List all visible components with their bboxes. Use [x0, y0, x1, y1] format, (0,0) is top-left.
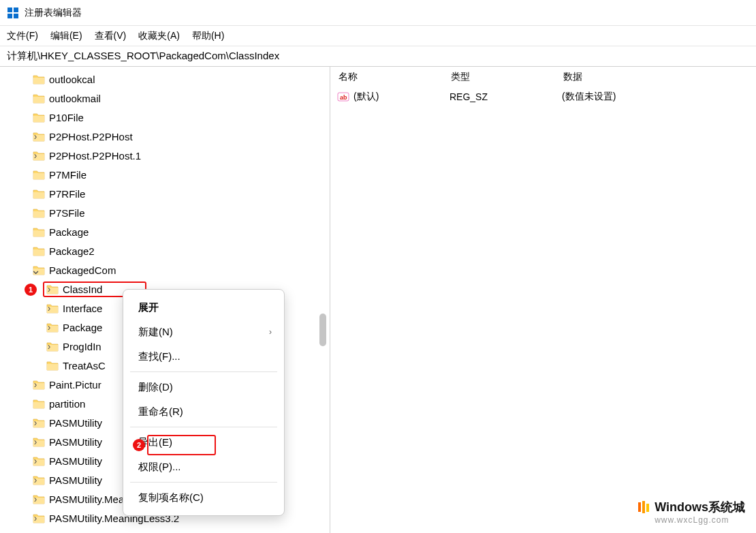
menu-file[interactable]: 文件(F): [7, 30, 38, 42]
tree-scrollbar-thumb[interactable]: [319, 314, 326, 346]
menu-separator: [130, 427, 277, 427]
tree-item[interactable]: P10File: [0, 108, 330, 127]
context-menu-item[interactable]: 重命名(R): [123, 399, 284, 424]
watermark: Windows系统城 www.wxcLgg.com: [637, 499, 745, 525]
tree-item[interactable]: ›P2PHost.P2PHost.1: [0, 146, 330, 165]
chevron-icon[interactable]: ›: [44, 322, 54, 332]
tree-item-label: outlookmail: [49, 93, 101, 104]
context-menu-item[interactable]: 复制项名称(C): [123, 485, 284, 510]
values-panel: 名称 类型 数据 ab (默认) REG_SZ (数值未设置): [330, 67, 756, 533]
tree-item[interactable]: Package: [0, 222, 330, 241]
tree-item[interactable]: P7SFile: [0, 203, 330, 222]
tree-item-label: PASMUtility: [49, 417, 102, 429]
value-data: (数值未设置): [562, 91, 756, 103]
address-input[interactable]: [7, 50, 749, 62]
menubar: 文件(F) 编辑(E) 查看(V) 收藏夹(A) 帮助(H): [0, 26, 756, 46]
tree-item-label: P10File: [49, 112, 84, 123]
folder-icon: [33, 399, 45, 409]
chevron-icon[interactable]: ›: [31, 456, 40, 466]
col-header-type[interactable]: 类型: [451, 71, 563, 83]
menu-favorites[interactable]: 收藏夹(A): [138, 30, 180, 42]
watermark-url: www.wxcLgg.com: [655, 515, 729, 525]
tree-item-label: P2PHost.P2PHost.1: [49, 150, 141, 162]
tree-item-label: P2PHost.P2PHost: [49, 131, 133, 142]
col-header-name[interactable]: 名称: [338, 71, 451, 83]
svg-rect-8: [646, 504, 649, 512]
chevron-icon[interactable]: ›: [44, 303, 54, 313]
chevron-icon[interactable]: ›: [31, 494, 40, 504]
chevron-icon[interactable]: ›: [31, 151, 40, 160]
tree-item-label: Package: [49, 226, 89, 238]
col-header-data[interactable]: 数据: [563, 71, 756, 83]
folder-icon: [33, 227, 45, 237]
tree-item-label: P7MFile: [49, 169, 86, 181]
tree-item-label: Interface: [63, 303, 102, 314]
tree-item[interactable]: ⌄PackagedCom: [0, 260, 330, 279]
tree-item-label: TreatAsC: [63, 360, 106, 371]
svg-rect-2: [7, 14, 12, 18]
context-menu-item[interactable]: 展开: [123, 295, 284, 320]
tree-item[interactable]: Package2: [0, 241, 330, 260]
tree-item-label: PASMUtility: [49, 474, 102, 486]
svg-rect-7: [642, 501, 645, 513]
svg-text:ab: ab: [340, 94, 347, 101]
watermark-text: Windows系统城: [655, 499, 745, 515]
context-menu-label: 删除(D): [138, 381, 173, 394]
folder-icon: [46, 361, 59, 371]
tree-item-label: P7SFile: [49, 207, 85, 219]
folder-icon: [33, 170, 45, 180]
submenu-arrow-icon: ›: [269, 327, 272, 337]
tree-item-label: Paint.Pictur: [49, 379, 101, 391]
tree-item[interactable]: outlookmail: [0, 89, 330, 108]
menu-separator: [130, 371, 277, 372]
folder-icon: [33, 112, 45, 123]
menu-edit[interactable]: 编辑(E): [50, 30, 82, 42]
menu-view[interactable]: 查看(V): [95, 30, 127, 42]
context-menu-label: 新建(N): [138, 326, 173, 339]
svg-rect-0: [7, 7, 12, 12]
chevron-icon[interactable]: ›: [31, 132, 40, 141]
context-menu: 展开新建(N)›查找(F)...删除(D)重命名(R)导出(E)权限(P)...…: [123, 289, 285, 516]
tree-item-label: partition: [49, 398, 85, 410]
window-title: 注册表编辑器: [25, 7, 82, 19]
context-menu-item[interactable]: 新建(N)›: [123, 320, 284, 344]
tree-item-label: ProgIdIn: [63, 341, 101, 352]
tree-item[interactable]: P7RFile: [0, 184, 330, 203]
folder-icon: [33, 246, 45, 256]
tree-item-label: outlookcal: [49, 74, 95, 85]
tree-item[interactable]: P7MFile: [0, 165, 330, 184]
watermark-logo-icon: [637, 500, 652, 515]
regedit-app-icon: [7, 7, 19, 19]
highlight-permissions: [147, 435, 216, 455]
badge-1: 1: [25, 284, 37, 296]
chevron-icon[interactable]: ›: [44, 341, 54, 351]
chevron-icon[interactable]: ›: [31, 418, 40, 427]
chevron-icon[interactable]: ›: [31, 437, 40, 446]
tree-item-label: Package: [63, 322, 102, 333]
value-name: (默认): [353, 91, 379, 103]
context-menu-label: 复制项名称(C): [138, 491, 204, 504]
svg-rect-3: [14, 14, 18, 18]
context-menu-item[interactable]: 查找(F)...: [123, 344, 284, 369]
value-row[interactable]: ab (默认) REG_SZ (数值未设置): [330, 87, 756, 106]
folder-icon: [33, 74, 45, 85]
menu-separator: [130, 482, 277, 483]
tree-item[interactable]: outlookcal: [0, 70, 330, 89]
chevron-icon[interactable]: ⌄: [31, 265, 40, 275]
tree-item-label: Package2: [49, 245, 95, 257]
context-menu-label: 权限(P)...: [138, 461, 181, 474]
context-menu-item[interactable]: 删除(D): [123, 375, 284, 399]
chevron-icon[interactable]: ›: [31, 380, 40, 389]
string-value-icon: ab: [337, 91, 349, 103]
address-bar: [0, 46, 756, 67]
chevron-icon[interactable]: ›: [31, 475, 40, 485]
menu-help[interactable]: 帮助(H): [192, 30, 224, 42]
tree-item-label: P7RFile: [49, 188, 85, 200]
tree-item-label: PASMUtility: [49, 455, 102, 467]
tree-item[interactable]: ›P2PHost.P2PHost: [0, 127, 330, 146]
tree-item-label: PASMUtility: [49, 436, 102, 448]
context-menu-item[interactable]: 权限(P)...: [123, 455, 284, 479]
chevron-icon[interactable]: ›: [31, 513, 40, 523]
titlebar: 注册表编辑器: [0, 0, 756, 26]
context-menu-label: 展开: [138, 301, 159, 314]
